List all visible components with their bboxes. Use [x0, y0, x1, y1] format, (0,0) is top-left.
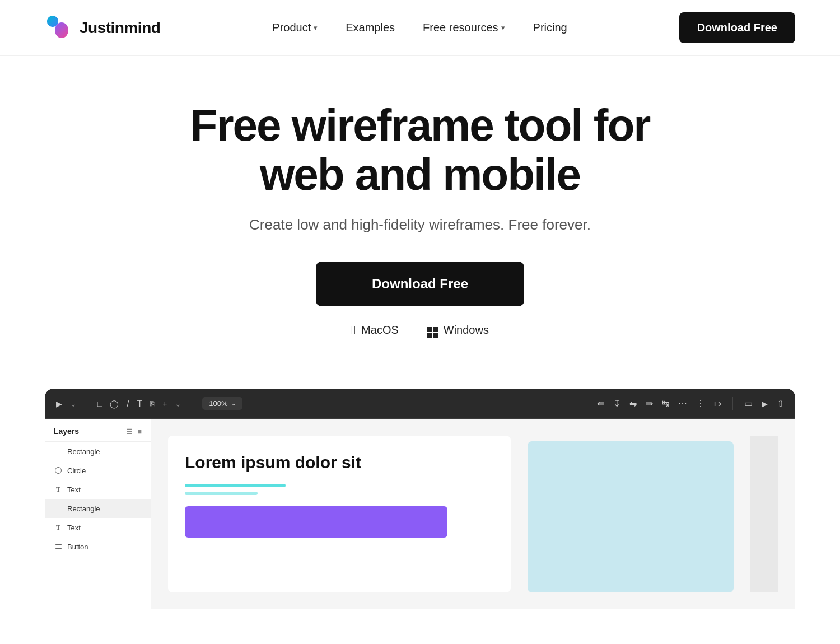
svg-point-2 — [55, 22, 68, 38]
hero-section: Free wireframe tool for web and mobile C… — [0, 56, 840, 361]
toolbar-separator-3 — [732, 397, 733, 410]
logo[interactable]: Justinmind — [45, 13, 160, 43]
logo-icon — [45, 13, 74, 43]
add-tool-icon[interactable]: + — [162, 399, 167, 408]
app-window: ▶ ⌄ □ ◯ / T ⎘ + ⌄ 100% ⌄ ⇚ ↧ ⇋ ⇛ ↹ ⋯ ⋮ — [45, 389, 795, 609]
navbar: Justinmind Product ▾ Examples Free resou… — [0, 0, 840, 56]
line-tool-icon[interactable]: / — [127, 399, 129, 408]
list-view-icon[interactable]: ☰ — [126, 427, 133, 436]
select-tool-icon[interactable]: ▶ — [56, 399, 62, 408]
os-badges:  MacOS Windows — [351, 322, 489, 338]
windows-icon — [427, 322, 438, 338]
wireframe-image-placeholder — [528, 441, 734, 592]
logo-text: Justinmind — [80, 19, 160, 37]
app-mockup: ▶ ⌄ □ ◯ / T ⎘ + ⌄ 100% ⌄ ⇚ ↧ ⇋ ⇛ ↹ ⋯ ⋮ — [0, 389, 840, 609]
layer-item-rectangle-1[interactable]: Rectangle — [45, 442, 151, 461]
windows-badge: Windows — [427, 322, 489, 338]
nav-item-examples[interactable]: Examples — [346, 21, 395, 34]
wireframe-bar-2 — [185, 492, 258, 495]
align-tool-6[interactable]: ⋯ — [678, 398, 687, 409]
zoom-chevron-icon: ⌄ — [231, 400, 236, 407]
play-icon[interactable]: ▶ — [762, 399, 768, 408]
button-layer-icon — [54, 542, 63, 551]
layer-item-text-2[interactable]: T Text — [45, 518, 151, 537]
layers-header: Layers ☰ ■ — [45, 419, 151, 442]
nav-links: Product ▾ Examples Free resources ▾ Pric… — [272, 21, 567, 34]
text-layer-icon-2: T — [54, 523, 63, 532]
toolbar: ▶ ⌄ □ ◯ / T ⎘ + ⌄ 100% ⌄ ⇚ ↧ ⇋ ⇛ ↹ ⋯ ⋮ — [45, 389, 795, 419]
align-tool-1[interactable]: ⇚ — [597, 398, 604, 409]
macos-badge:  MacOS — [351, 323, 399, 338]
chevron-down-icon: ▾ — [501, 24, 505, 32]
toolbar-separator — [87, 397, 87, 410]
zoom-control[interactable]: 100% ⌄ — [202, 397, 242, 410]
layer-item-button-1[interactable]: Button — [45, 537, 151, 556]
wireframe-title: Lorem ipsum dolor sit — [185, 452, 494, 473]
device-icon[interactable]: ▭ — [744, 398, 753, 409]
nav-item-product[interactable]: Product ▾ — [272, 21, 318, 34]
rectangle-layer-icon-2 — [54, 504, 63, 513]
toolbar-separator-2 — [192, 397, 192, 410]
circle-layer-icon — [54, 466, 63, 475]
toolbar-right-actions: ⇚ ↧ ⇋ ⇛ ↹ ⋯ ⋮ ↦ ▭ ▶ ⇧ — [597, 397, 784, 410]
text-layer-icon: T — [54, 485, 63, 494]
chevron-down-icon: ▾ — [314, 24, 318, 32]
share-icon[interactable]: ⇧ — [777, 398, 784, 409]
align-tool-8[interactable]: ↦ — [714, 398, 721, 409]
layers-panel: Layers ☰ ■ Rectangle Circle T — [45, 419, 151, 609]
wireframe-main-card: Lorem ipsum dolor sit — [168, 436, 511, 592]
image-tool-icon[interactable]: ⎘ — [150, 399, 155, 408]
right-panel-placeholder — [750, 436, 778, 592]
canvas-area: Lorem ipsum dolor sit — [151, 419, 795, 609]
layers-title: Layers — [54, 427, 79, 436]
wireframe-bar-1 — [185, 484, 286, 487]
align-tool-4[interactable]: ⇛ — [646, 398, 653, 409]
align-tool-5[interactable]: ↹ — [662, 398, 669, 409]
chevron-tool-icon: ⌄ — [70, 399, 77, 408]
nav-item-pricing[interactable]: Pricing — [533, 21, 567, 34]
align-tool-2[interactable]: ↧ — [613, 398, 620, 409]
layer-item-circle-1[interactable]: Circle — [45, 461, 151, 480]
wireframe-button — [185, 506, 447, 538]
align-tool-7[interactable]: ⋮ — [696, 398, 705, 409]
rectangle-tool-icon[interactable]: □ — [97, 399, 102, 408]
hero-title: Free wireframe tool for web and mobile — [168, 101, 672, 199]
more-tool-icon: ⌄ — [175, 399, 181, 408]
circle-tool-icon[interactable]: ◯ — [110, 399, 119, 408]
rectangle-layer-icon — [54, 447, 63, 456]
nav-item-free-resources[interactable]: Free resources ▾ — [423, 21, 505, 34]
nav-download-button[interactable]: Download Free — [679, 12, 795, 43]
grid-view-icon[interactable]: ■ — [137, 427, 142, 436]
layers-icons: ☰ ■ — [126, 427, 142, 436]
text-tool-icon[interactable]: T — [137, 399, 142, 409]
align-tool-3[interactable]: ⇋ — [629, 398, 637, 409]
app-body: Layers ☰ ■ Rectangle Circle T — [45, 419, 795, 609]
hero-subtitle: Create low and high-fidelity wireframes.… — [249, 216, 591, 234]
apple-icon:  — [351, 323, 356, 338]
layer-item-text-1[interactable]: T Text — [45, 480, 151, 499]
layer-item-rectangle-2[interactable]: Rectangle — [45, 499, 151, 518]
hero-download-button[interactable]: Download Free — [316, 262, 524, 306]
